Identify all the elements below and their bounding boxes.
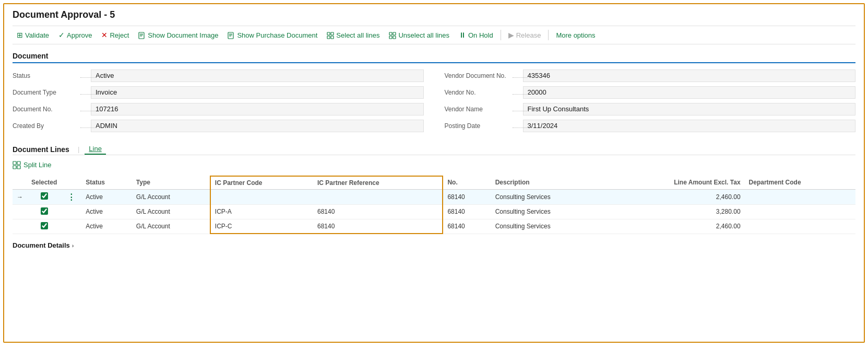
col-header-dots — [61, 176, 81, 190]
row2-checkbox[interactable] — [41, 207, 48, 215]
field-vendor-doc-no: Vendor Document No. 435346 — [445, 67, 856, 84]
form-right-col: Vendor Document No. 435346 Vendor No. 20… — [445, 67, 856, 134]
row3-description: Consulting Services — [491, 219, 608, 234]
validate-button[interactable]: ⊞ Validate — [13, 29, 53, 41]
row3-checkbox[interactable] — [41, 222, 48, 229]
show-doc-image-icon — [138, 31, 146, 39]
outer-container: Document Approval - 5 ⊞ Validate ✓ Appro… — [3, 3, 865, 343]
table-row: Active G/L Account ICP-C 68140 68140 Con… — [13, 219, 855, 234]
row2-type: G/L Account — [132, 204, 210, 219]
label-document-no: Document No. — [13, 106, 80, 113]
row1-ic-partner-ref — [313, 189, 443, 204]
table-header-row: Selected Status Type IC Partner Code — [13, 176, 855, 190]
row1-arrow: → — [13, 189, 27, 204]
label-vendor-doc-no: Vendor Document No. — [445, 72, 513, 79]
row2-no: 68140 — [443, 204, 491, 219]
show-purchase-doc-icon — [228, 31, 235, 39]
row3-dept-code — [745, 219, 855, 234]
col-header-status: Status — [81, 176, 132, 190]
row1-amount: 2,460.00 — [608, 189, 744, 204]
value-vendor-doc-no: 435346 — [523, 69, 856, 82]
label-vendor-name: Vendor Name — [445, 106, 513, 113]
svg-rect-19 — [17, 166, 20, 169]
row2-amount: 3,280.00 — [608, 204, 744, 219]
label-created-by: Created By — [13, 122, 80, 130]
row3-selected[interactable] — [27, 219, 61, 234]
tab-line[interactable]: Line — [85, 144, 106, 155]
reject-button[interactable]: ✕ Reject — [97, 29, 133, 41]
row1-dots[interactable]: ⋮ — [61, 189, 81, 204]
field-document-type: Document Type Invoice — [13, 84, 424, 101]
document-details-footer[interactable]: Document Details › — [13, 241, 855, 249]
value-created-by: ADMIN — [91, 120, 424, 132]
field-created-by: Created By ADMIN — [13, 118, 424, 134]
row2-status: Active — [81, 204, 132, 219]
value-posting-date: 3/11/2024 — [523, 120, 856, 132]
row1-checkbox[interactable] — [41, 192, 48, 200]
row3-arrow — [13, 219, 27, 234]
row3-ic-partner-ref: 68140 — [313, 219, 443, 234]
split-line-button[interactable]: Split Line — [13, 158, 51, 171]
field-status: Status Active — [13, 67, 424, 84]
show-purchase-document-button[interactable]: Show Purchase Document — [223, 29, 322, 41]
row2-selected[interactable] — [27, 204, 61, 219]
release-icon: ▶ — [508, 31, 514, 39]
svg-rect-8 — [327, 32, 330, 35]
col-header-line-amount: Line Amount Excl. Tax — [608, 176, 744, 190]
approve-button[interactable]: ✓ Approve — [54, 29, 96, 41]
label-posting-date: Posting Date — [445, 122, 513, 130]
doc-lines-header: Document Lines | Line — [13, 144, 855, 155]
row1-type: G/L Account — [132, 189, 210, 204]
svg-rect-14 — [389, 36, 392, 39]
document-lines-table-wrapper: Selected Status Type IC Partner Code — [13, 176, 855, 235]
select-all-lines-button[interactable]: Select all lines — [323, 29, 384, 41]
toolbar-divider-2 — [548, 30, 549, 40]
col-header-no: No. — [443, 176, 491, 190]
table-row: Active G/L Account ICP-A 68140 68140 Con… — [13, 204, 855, 219]
show-document-image-button[interactable]: Show Document Image — [134, 29, 222, 41]
svg-rect-10 — [327, 36, 330, 39]
row2-arrow — [13, 204, 27, 219]
release-button[interactable]: ▶ Release — [504, 29, 545, 41]
approve-icon: ✓ — [58, 31, 65, 39]
row3-dots — [61, 219, 81, 234]
validate-icon: ⊞ — [17, 31, 23, 39]
toolbar: ⊞ Validate ✓ Approve ✕ Reject Show Docum… — [13, 26, 855, 44]
col-header-ic-partner-ref: IC Partner Reference — [313, 176, 443, 190]
row1-dots-btn[interactable]: ⋮ — [65, 192, 77, 201]
document-section: Document Status Active Document Type Inv… — [13, 52, 855, 134]
form-left-col: Status Active Document Type Invoice Docu… — [13, 67, 424, 134]
value-status: Active — [91, 69, 424, 82]
value-vendor-name: First Up Consultants — [523, 103, 856, 115]
svg-rect-17 — [17, 161, 20, 165]
field-vendor-name: Vendor Name First Up Consultants — [445, 101, 856, 118]
label-document-type: Document Type — [13, 89, 80, 96]
row2-ic-partner-code: ICP-A — [210, 204, 313, 219]
on-hold-button[interactable]: ⏸ On Hold — [455, 29, 497, 41]
reject-icon: ✕ — [101, 31, 108, 39]
on-hold-icon: ⏸ — [459, 31, 466, 39]
svg-rect-9 — [331, 32, 334, 35]
document-lines-table: Selected Status Type IC Partner Code — [13, 176, 855, 235]
row1-description: Consulting Services — [491, 189, 608, 204]
more-options-button[interactable]: More options — [552, 29, 599, 41]
svg-rect-11 — [331, 36, 334, 39]
col-header-description: Description — [491, 176, 608, 190]
svg-rect-18 — [13, 166, 16, 169]
row3-no: 68140 — [443, 219, 491, 234]
doc-lines-title: Document Lines — [13, 145, 78, 154]
row2-description: Consulting Services — [491, 204, 608, 219]
row1-dept-code — [745, 189, 855, 204]
row1-status: Active — [81, 189, 132, 204]
svg-rect-16 — [13, 161, 16, 165]
svg-rect-4 — [228, 32, 233, 39]
row2-dept-code — [745, 204, 855, 219]
row3-status: Active — [81, 219, 132, 234]
svg-rect-15 — [393, 36, 396, 39]
col-header-ic-partner-code: IC Partner Code — [210, 176, 313, 190]
row3-amount: 2,460.00 — [608, 219, 744, 234]
split-line-icon — [13, 160, 21, 169]
row1-selected[interactable] — [27, 189, 61, 204]
unselect-all-lines-button[interactable]: Unselect all lines — [385, 29, 454, 41]
row2-dots — [61, 204, 81, 219]
